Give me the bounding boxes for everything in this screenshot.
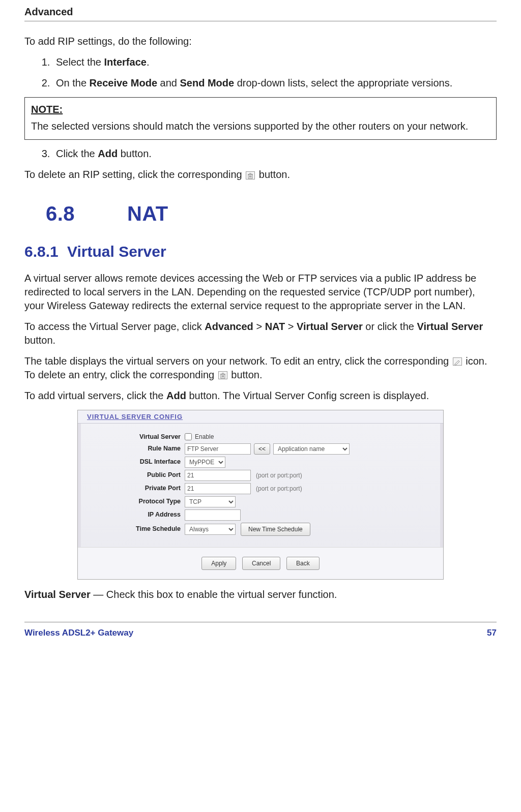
virtual-server-access-path: To access the Virtual Server page, click…	[24, 320, 497, 347]
vs-access-g: or click the	[363, 321, 417, 332]
trash-icon	[218, 371, 227, 379]
page-footer: Wireless ADSL2+ Gateway 57	[24, 622, 497, 639]
checkbox-virtual-server-enable[interactable]	[185, 433, 192, 440]
label-time-schedule: Time Schedule	[83, 525, 185, 533]
subsection-number: 6.8.1	[24, 242, 67, 262]
screenshot-button-row: Apply Cancel Back	[78, 547, 443, 579]
screenshot-title-row: VIRTUAL SERVER CONFIG	[78, 410, 443, 424]
vs-add-b: Add	[166, 390, 186, 401]
step-3-a: Click the	[56, 148, 98, 159]
screenshot-body: Virtual Server Enable Rule Name << Appli…	[78, 424, 443, 540]
vs-access-i: button.	[24, 335, 55, 346]
step-2-c: and	[157, 77, 180, 88]
virtual-server-description: A virtual server allows remote devices a…	[24, 272, 497, 313]
row-dsl-interface: DSL Interface MyPPOE	[83, 457, 438, 468]
section-number: 6.8	[46, 200, 127, 227]
label-private-port: Private Port	[83, 484, 185, 493]
step-2-a: On the	[56, 77, 90, 88]
label-public-port: Public Port	[83, 471, 185, 479]
vs-access-b: Advanced	[205, 321, 253, 332]
text-enable: Enable	[195, 433, 214, 441]
section-title: NAT	[127, 202, 168, 225]
virtual-server-table-info: The table displays the virtual servers o…	[24, 354, 497, 382]
vs-table-c: button.	[228, 369, 263, 380]
note-text: The selected versions should match the v…	[31, 121, 468, 132]
step-2-b: Receive Mode	[90, 77, 157, 88]
delete-rip-text: To delete an RIP setting, click the corr…	[24, 168, 497, 182]
vs-access-e: >	[285, 321, 297, 332]
vs-enable-bold: Virtual Server	[24, 589, 91, 600]
step-3-b: Add	[98, 148, 118, 159]
step-2: On the Receive Mode and Send Mode drop-d…	[53, 76, 497, 90]
vs-table-a: The table displays the virtual servers o…	[24, 355, 452, 367]
button-back[interactable]: Back	[286, 557, 320, 570]
row-ip-address: IP Address	[83, 509, 438, 521]
hint-private-port: (port or port:port)	[256, 485, 302, 493]
step-3-c: button.	[118, 148, 152, 159]
steps-list-continued: Click the Add button.	[53, 147, 497, 161]
button-apply[interactable]: Apply	[201, 557, 236, 570]
vs-access-h: Virtual Server	[417, 321, 483, 332]
virtual-server-enable-description: Virtual Server — Check this box to enabl…	[24, 588, 497, 602]
vs-access-c: >	[253, 321, 265, 332]
note-label: NOTE:	[31, 103, 490, 116]
footer-page-number: 57	[487, 627, 497, 639]
subsection-title: Virtual Server	[67, 243, 166, 260]
label-dsl-interface: DSL Interface	[83, 458, 185, 466]
label-rule-name: Rule Name	[83, 444, 185, 453]
row-time-schedule: Time Schedule Always New Time Schedule	[83, 523, 438, 536]
row-protocol-type: Protocol Type TCP	[83, 496, 438, 507]
page-header: Advanced	[24, 5, 497, 21]
step-2-e: drop-down lists, select the appropriate …	[234, 77, 452, 88]
footer-left: Wireless ADSL2+ Gateway	[24, 627, 133, 639]
step-3: Click the Add button.	[53, 147, 497, 161]
vs-enable-rest: — Check this box to enable the virtual s…	[91, 589, 337, 600]
vs-add-c: button. The Virtual Server Config screen…	[186, 390, 429, 401]
button-copy-rule[interactable]: <<	[254, 443, 270, 455]
intro-text: To add RIP settings, do the following:	[24, 35, 497, 48]
input-rule-name[interactable]	[185, 443, 251, 455]
vs-access-f: Virtual Server	[297, 321, 363, 332]
screenshot-title: VIRTUAL SERVER CONFIG	[87, 413, 183, 420]
step-1-text-a: Select the	[56, 56, 104, 68]
step-2-d: Send Mode	[180, 77, 234, 88]
section-heading-6-8-1: 6.8.1Virtual Server	[24, 242, 497, 262]
button-cancel[interactable]: Cancel	[242, 557, 280, 570]
svg-line-6	[458, 360, 459, 362]
steps-list: Select the Interface. On the Receive Mod…	[53, 55, 497, 90]
vs-access-a: To access the Virtual Server page, click	[24, 321, 205, 332]
label-virtual-server: Virtual Server	[83, 433, 185, 441]
virtual-server-add-info: To add virtual servers, click the Add bu…	[24, 389, 497, 403]
input-public-port[interactable]	[185, 470, 251, 481]
button-new-time-schedule[interactable]: New Time Schedule	[241, 523, 310, 536]
step-1: Select the Interface.	[53, 55, 497, 69]
vs-add-a: To add virtual servers, click the	[24, 390, 166, 401]
label-protocol-type: Protocol Type	[83, 497, 185, 506]
step-1-text-c: .	[147, 56, 150, 68]
note-box: NOTE: The selected versions should match…	[24, 97, 497, 140]
input-ip-address[interactable]	[185, 509, 241, 521]
select-dsl-interface[interactable]: MyPPOE	[185, 457, 225, 468]
label-ip-address: IP Address	[83, 510, 185, 519]
page-header-text: Advanced	[24, 6, 73, 17]
row-public-port: Public Port (port or port:port)	[83, 470, 438, 481]
step-1-bold: Interface	[104, 56, 147, 68]
section-heading-6-8: 6.8NAT	[46, 200, 497, 227]
hint-public-port: (port or port:port)	[256, 471, 302, 479]
virtual-server-config-screenshot: VIRTUAL SERVER CONFIG Virtual Server Ena…	[77, 410, 444, 580]
delete-rip-b: button.	[256, 169, 290, 180]
edit-icon	[453, 357, 462, 366]
select-protocol-type[interactable]: TCP	[185, 496, 236, 507]
delete-rip-a: To delete an RIP setting, click the corr…	[24, 169, 245, 180]
input-private-port[interactable]	[185, 483, 251, 494]
row-virtual-server: Virtual Server Enable	[83, 433, 438, 441]
row-private-port: Private Port (port or port:port)	[83, 483, 438, 494]
trash-icon	[246, 171, 255, 179]
select-time-schedule[interactable]: Always	[185, 524, 236, 535]
vs-access-d: NAT	[265, 321, 285, 332]
select-application-name[interactable]: Application name	[273, 443, 350, 455]
row-rule-name: Rule Name << Application name	[83, 443, 438, 455]
